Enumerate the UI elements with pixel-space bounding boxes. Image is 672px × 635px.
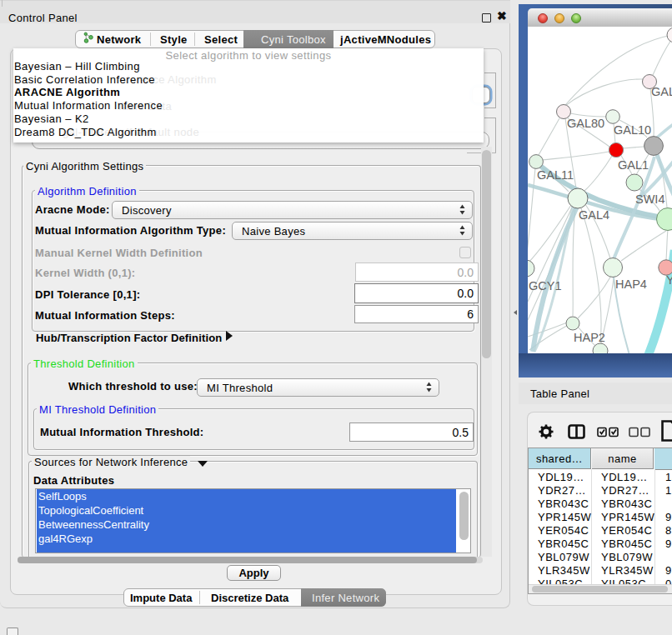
svg-text:HAP4: HAP4	[615, 278, 647, 291]
svg-text:GAL10: GAL10	[614, 123, 651, 137]
svg-text:GAL1: GAL1	[618, 158, 649, 172]
svg-text:HAP2: HAP2	[574, 331, 605, 344]
svg-text:Y: Y	[666, 273, 672, 287]
svg-text:GCY1: GCY1	[529, 279, 562, 292]
svg-text:GAL: GAL	[651, 85, 672, 98]
svg-text:SWI4: SWI4	[635, 192, 664, 206]
svg-text:GAL80: GAL80	[567, 117, 604, 130]
svg-text:GAL4: GAL4	[579, 208, 609, 222]
svg-text:GAL11: GAL11	[537, 168, 574, 182]
